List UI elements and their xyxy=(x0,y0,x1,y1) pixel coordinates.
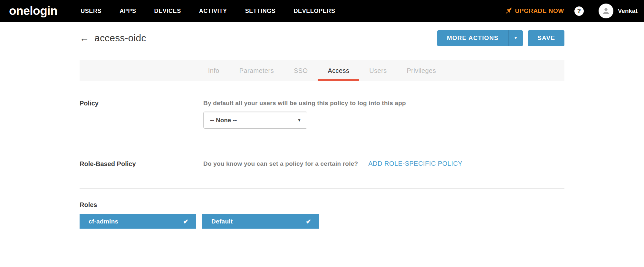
policy-label: Policy xyxy=(80,99,203,107)
role-name: cf-admins xyxy=(89,218,118,225)
roles-list: cf-admins ✔ Default ✔ xyxy=(80,214,564,229)
onelogin-logo[interactable]: onelogin xyxy=(9,4,57,18)
role-chip-cf-admins[interactable]: cf-admins ✔ xyxy=(80,214,196,229)
avatar-person-icon xyxy=(601,6,611,16)
role-chip-default[interactable]: Default ✔ xyxy=(202,214,319,229)
add-role-specific-policy-link[interactable]: ADD ROLE-SPECIFIC POLICY xyxy=(368,160,462,167)
upgrade-now-label: UPGRADE NOW xyxy=(515,7,564,15)
tab-parameters[interactable]: Parameters xyxy=(229,60,284,81)
role-based-policy-label: Role-Based Policy xyxy=(80,160,203,168)
page-header: ← access-oidc MORE ACTIONS ▼ SAVE xyxy=(80,30,564,46)
tab-bar: Info Parameters SSO Access Users Privile… xyxy=(80,60,564,81)
chevron-down-icon: ▼ xyxy=(297,118,301,123)
help-icon[interactable]: ? xyxy=(574,6,584,16)
back-arrow-icon[interactable]: ← xyxy=(80,33,89,43)
user-name[interactable]: Venkat xyxy=(618,7,638,15)
nav-item-users[interactable]: USERS xyxy=(81,8,101,15)
chevron-down-icon: ▼ xyxy=(514,36,518,40)
check-icon: ✔ xyxy=(183,218,188,225)
roles-label: Roles xyxy=(80,201,564,209)
header-buttons: MORE ACTIONS ▼ SAVE xyxy=(437,30,564,46)
role-name: Default xyxy=(211,218,233,225)
nav-item-apps[interactable]: APPS xyxy=(120,8,136,15)
tab-info[interactable]: Info xyxy=(198,60,229,81)
check-icon: ✔ xyxy=(306,218,311,225)
nav-item-devices[interactable]: DEVICES xyxy=(154,8,181,15)
save-button[interactable]: SAVE xyxy=(528,30,564,46)
nav-item-developers[interactable]: DEVELOPERS xyxy=(293,8,335,15)
nav-right-group: UPGRADE NOW ? Venkat xyxy=(505,4,638,18)
more-actions-split-button: MORE ACTIONS ▼ xyxy=(437,30,523,46)
tab-access[interactable]: Access xyxy=(318,60,359,81)
nav-menu: USERS APPS DEVICES ACTIVITY SETTINGS DEV… xyxy=(81,8,335,15)
tab-users[interactable]: Users xyxy=(359,60,397,81)
role-based-policy-helper-text: Do you know you can set a policy for a c… xyxy=(203,160,358,168)
tab-sso[interactable]: SSO xyxy=(284,60,318,81)
section-divider xyxy=(80,148,564,148)
section-divider xyxy=(80,188,564,189)
policy-section: Policy By default all your users will be… xyxy=(80,99,564,129)
policy-dropdown[interactable]: -- None -- ▼ xyxy=(203,112,307,129)
avatar[interactable] xyxy=(599,4,613,18)
rocket-icon xyxy=(505,7,513,15)
more-actions-caret-button[interactable]: ▼ xyxy=(508,30,523,46)
policy-dropdown-value: -- None -- xyxy=(210,117,237,124)
roles-section: Roles cf-admins ✔ Default ✔ xyxy=(80,201,564,229)
policy-helper-text: By default all your users will be using … xyxy=(203,99,406,107)
page-title: access-oidc xyxy=(94,33,146,44)
top-nav-bar: onelogin USERS APPS DEVICES ACTIVITY SET… xyxy=(0,0,644,22)
nav-item-activity[interactable]: ACTIVITY xyxy=(199,8,227,15)
role-based-policy-section: Role-Based Policy Do you know you can se… xyxy=(80,160,564,168)
question-glyph: ? xyxy=(577,7,581,15)
tab-privileges[interactable]: Privileges xyxy=(397,60,446,81)
nav-item-settings[interactable]: SETTINGS xyxy=(245,8,276,15)
upgrade-now-button[interactable]: UPGRADE NOW xyxy=(505,7,564,15)
more-actions-button[interactable]: MORE ACTIONS xyxy=(437,30,508,46)
